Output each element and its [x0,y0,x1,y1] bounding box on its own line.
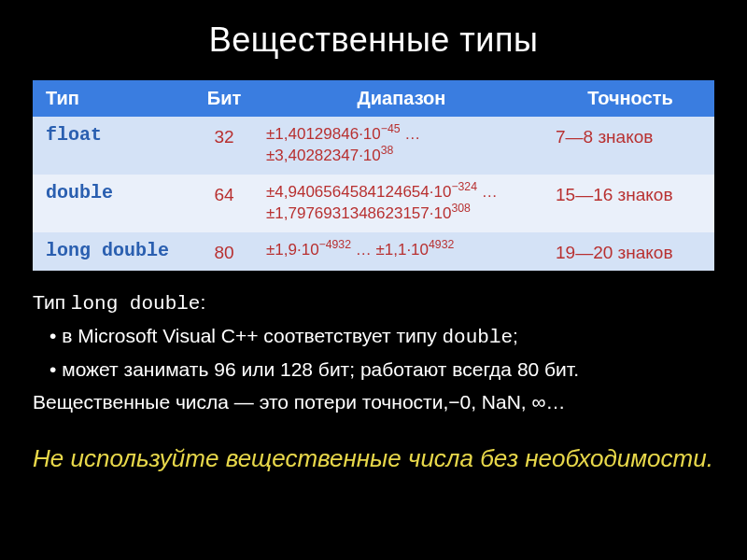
footnote: Не используйте вещественные числа без не… [33,443,714,474]
intro-line: Тип long double: [33,289,714,317]
bullet-text: может занимать 96 или 128 бит; работают … [62,358,579,380]
intro-code: long double [71,293,201,315]
cell-bit: 80 [191,232,257,271]
table-row: long double 80 ±1,9·10−4932 … ±1,1·10493… [33,232,714,271]
bullet-code: double [442,327,513,348]
table-header-row: Тип Бит Диапазон Точность [33,80,714,117]
table-row: float 32 ±1,40129846·10−45 …±3,40282347·… [33,117,714,175]
cell-range: ±4,9406564584124654·10−324 …±1,797693134… [257,175,546,232]
bullet-list: в Microsoft Visual C++ соответствует тип… [33,323,714,384]
cell-type: float [33,117,191,175]
cell-bit: 32 [191,117,257,175]
cell-prec: 7—8 знаков [546,117,714,175]
table-row: double 64 ±4,9406564584124654·10−324 …±1… [33,175,714,232]
cell-range: ±1,9·10−4932 … ±1,1·104932 [257,232,546,271]
intro-pre: Тип [33,291,71,313]
cell-type: double [33,175,191,232]
list-item: может занимать 96 или 128 бит; работают … [49,357,714,383]
types-table: Тип Бит Диапазон Точность float 32 ±1,40… [33,80,714,271]
col-prec: Точность [546,80,714,117]
cell-range: ±1,40129846·10−45 …±3,40282347·1038 [257,117,546,175]
cell-type: long double [33,232,191,271]
slide: Вещественные типы Тип Бит Диапазон Точно… [0,0,747,560]
cell-prec: 15—16 знаков [546,175,714,232]
cell-prec: 19—20 знаков [546,232,714,271]
list-item: в Microsoft Visual C++ соответствует тип… [49,323,714,351]
cell-bit: 64 [191,175,257,232]
page-title: Вещественные типы [33,21,714,60]
bullet-post: ; [513,325,518,346]
intro-post: : [200,291,205,313]
col-type: Тип [33,80,191,117]
real-note: Вещественные числа — это потери точности… [33,389,714,415]
col-range: Диапазон [257,80,546,117]
col-bit: Бит [191,80,257,117]
body-text: Тип long double: в Microsoft Visual C++ … [33,289,714,421]
bullet-pre: в Microsoft Visual C++ соответствует тип… [62,325,442,346]
